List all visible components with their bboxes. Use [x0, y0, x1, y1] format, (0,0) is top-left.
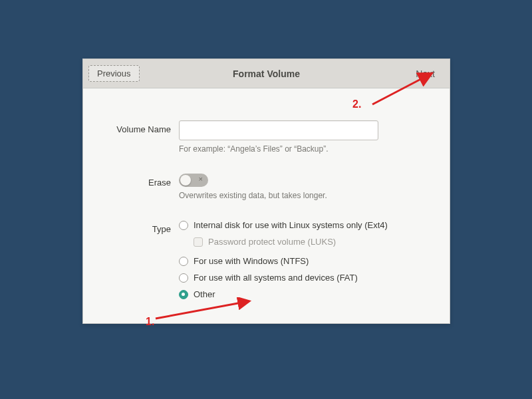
type-option-label: Other	[194, 289, 215, 299]
radio-icon	[179, 221, 188, 230]
checkbox-icon	[194, 237, 203, 247]
format-volume-dialog: Previous Format Volume Next Volume Name …	[82, 59, 450, 324]
radio-icon	[179, 290, 188, 299]
radio-icon	[179, 273, 188, 283]
toggle-knob	[180, 175, 191, 186]
erase-toggle[interactable]: ×	[179, 174, 208, 187]
type-option-ext4[interactable]: Internal disk for use with Linux systems…	[179, 220, 426, 230]
type-option-luks: Password protect volume (LUKS)	[194, 237, 426, 247]
type-option-label: For use with Windows (NTFS)	[194, 256, 309, 266]
volume-name-hint: For example: “Angela’s Files” or “Backup…	[179, 144, 426, 154]
dialog-header: Previous Format Volume Next	[83, 59, 450, 88]
erase-hint: Overwrites existing data, but takes long…	[179, 191, 426, 200]
previous-button[interactable]: Previous	[88, 65, 140, 82]
type-option-ntfs[interactable]: For use with Windows (NTFS)	[179, 256, 426, 266]
type-option-label: For use with all systems and devices (FA…	[194, 273, 358, 283]
volume-name-input[interactable]	[179, 120, 378, 140]
erase-label: Erase	[107, 174, 179, 200]
radio-icon	[179, 257, 188, 266]
dialog-body: Volume Name For example: “Angela’s Files…	[83, 88, 450, 325]
type-option-label: Password protect volume (LUKS)	[208, 237, 336, 247]
volume-name-row: Volume Name For example: “Angela’s Files…	[107, 120, 426, 154]
toggle-off-icon: ×	[199, 175, 203, 183]
type-row: Type Internal disk for use with Linux sy…	[107, 220, 426, 306]
next-button[interactable]: Next	[410, 66, 440, 82]
type-option-label: Internal disk for use with Linux systems…	[194, 220, 388, 230]
type-label: Type	[107, 220, 179, 306]
type-option-fat[interactable]: For use with all systems and devices (FA…	[179, 273, 426, 283]
type-option-other[interactable]: Other	[179, 289, 426, 299]
volume-name-label: Volume Name	[107, 120, 179, 154]
erase-row: Erase × Overwrites existing data, but ta…	[107, 174, 426, 200]
